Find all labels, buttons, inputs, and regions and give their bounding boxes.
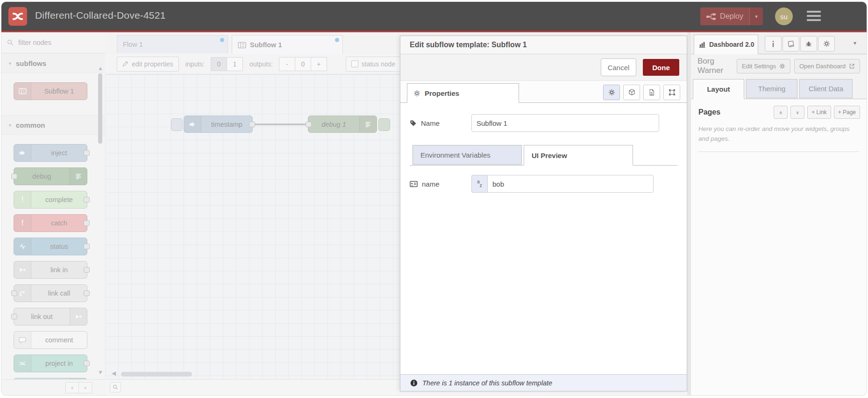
inputs-0-button[interactable]: 0	[211, 57, 227, 71]
deploy-options-caret[interactable]: ▾	[749, 7, 763, 25]
palette-node-debug[interactable]: debug	[14, 167, 87, 185]
outputs-count[interactable]: 0	[295, 57, 311, 71]
debug-toggle-button[interactable]	[378, 118, 390, 131]
debug-icon	[359, 116, 377, 132]
node-red-logo-icon	[8, 7, 27, 26]
output-port[interactable]	[249, 122, 255, 127]
edit-properties-button[interactable]: edit properties	[117, 57, 179, 72]
edit-settings-button[interactable]: Edit Settings	[737, 59, 790, 73]
inputs-1-button[interactable]: 1	[227, 57, 243, 71]
node-label: status	[31, 238, 87, 255]
dialog-footer: There is 1 instance of this subflow temp…	[400, 374, 687, 391]
node-label: comment	[31, 332, 87, 348]
canvas-node-timestamp[interactable]: timestamp	[184, 116, 253, 133]
properties-tab-button[interactable]	[603, 85, 620, 100]
outputs-decrement-button[interactable]: -	[279, 57, 295, 71]
description-tab-button[interactable]	[643, 85, 660, 100]
info-tab-button[interactable]	[765, 36, 782, 51]
gear-icon	[413, 90, 420, 97]
palette-node-comment[interactable]: comment	[14, 331, 87, 349]
document-icon	[648, 89, 655, 96]
tab-client-data[interactable]: Client Data	[799, 79, 853, 98]
search-flows-button[interactable]	[110, 382, 121, 392]
cancel-button[interactable]: Cancel	[601, 58, 636, 76]
palette-node-link-out[interactable]: link out	[14, 308, 87, 326]
user-avatar[interactable]: su	[775, 7, 793, 25]
node-red-app: Different-Collared-Dove-4521 Deploy ▾ su…	[1, 2, 867, 395]
palette-scroll-up-arrow[interactable]: ▲	[98, 65, 103, 72]
pages-help-text: Here you can re-order and move your widg…	[698, 124, 853, 144]
palette-filter-input[interactable]	[17, 38, 89, 47]
link-in-icon	[14, 261, 31, 278]
tab-environment-variables[interactable]: Environment Variables	[413, 145, 522, 165]
canvas-node-debug-1[interactable]: debug 1	[308, 116, 377, 133]
status-node-checkbox[interactable]	[351, 60, 358, 67]
outputs-increment-button[interactable]: +	[311, 57, 327, 71]
main-menu-button[interactable]	[807, 11, 821, 21]
palette-node-subflow-1[interactable]: Subflow 1	[14, 82, 87, 100]
unsaved-changes-dot	[335, 38, 339, 42]
palette-scroll-down-arrow[interactable]: ▼	[98, 369, 103, 376]
collapse-all-button[interactable]: ∧	[774, 106, 788, 119]
canvas-scroll-left-arrow[interactable]: ◀	[112, 370, 116, 376]
add-link-button[interactable]: + Link	[807, 106, 831, 119]
add-page-button[interactable]: + Page	[834, 106, 860, 119]
tab-ui-preview[interactable]: UI Preview	[524, 145, 633, 166]
appearance-tab-button[interactable]	[623, 85, 640, 100]
sidebar-tab-bar: Dashboard 2.0 ▾	[691, 32, 867, 54]
deploy-button[interactable]: Deploy ▾	[700, 7, 763, 25]
palette-section-common: inject debug ! complete ! catch	[1, 135, 105, 380]
pencil-icon	[122, 61, 128, 67]
palette-node-link-in[interactable]: link in	[14, 261, 87, 279]
expand-all-button[interactable]: ∨	[790, 106, 804, 119]
button-label: Edit Settings	[742, 63, 776, 70]
help-tab-button[interactable]	[783, 36, 799, 51]
output-port	[84, 197, 90, 203]
canvas-hscrollbar-thumb[interactable]	[121, 372, 192, 376]
palette-node-complete[interactable]: ! complete	[14, 191, 87, 209]
label-text: name	[422, 180, 440, 188]
sidebar-tabs-caret[interactable]: ▾	[854, 40, 856, 46]
deploy-button-main[interactable]: Deploy	[700, 7, 749, 25]
node-label: link call	[31, 285, 87, 302]
tab-dashboard-2[interactable]: Dashboard 2.0	[694, 35, 758, 54]
palette-category-common[interactable]: ▾ common	[1, 115, 105, 135]
tab-subflow-1[interactable]: Subflow 1	[232, 35, 343, 54]
module-properties-tab-button[interactable]	[663, 85, 680, 100]
palette-category-subflows[interactable]: ▾ subflows	[1, 53, 105, 73]
chevron-down-icon: ▾	[9, 123, 11, 128]
edit-subflow-dialog: Edit subflow template: Subflow 1 Cancel …	[400, 36, 687, 391]
debug-tab-button[interactable]	[800, 36, 817, 51]
dashboard-name: Borg Warner	[697, 57, 733, 75]
node-label: link in	[31, 261, 87, 278]
palette-node-link-call[interactable]: link call	[14, 284, 87, 302]
open-dashboard-button[interactable]: Open Dashboard	[794, 59, 860, 73]
string-type-button[interactable]: az	[471, 175, 487, 193]
env-value-input[interactable]	[487, 175, 654, 193]
palette-node-inject[interactable]: inject	[14, 144, 87, 162]
inject-trigger-button[interactable]	[171, 118, 183, 131]
expand-categories-button[interactable]: ∨	[78, 382, 92, 393]
palette-search[interactable]	[1, 32, 105, 53]
output-port	[84, 267, 90, 273]
subflow-name-input[interactable]	[471, 114, 659, 132]
input-port[interactable]	[306, 122, 312, 127]
tab-layout[interactable]: Layout	[693, 79, 744, 99]
layout-panel: Pages ∧ ∨ + Link + Page Here you can re-…	[691, 99, 867, 395]
name-field-row: Name	[410, 114, 677, 132]
palette-node-project-in[interactable]: project in	[14, 355, 87, 372]
tab-properties[interactable]: Properties	[407, 83, 519, 103]
palette-scrollbar-thumb[interactable]	[98, 73, 102, 144]
collapse-categories-button[interactable]: ∧	[65, 382, 79, 393]
inputs-toggle-group: 0 1	[211, 57, 243, 71]
node-label: inject	[31, 145, 87, 161]
config-nodes-tab-button[interactable]	[818, 36, 835, 51]
edit-properties-label: edit properties	[132, 60, 173, 68]
palette-node-status[interactable]: status	[14, 238, 87, 255]
palette-node-catch[interactable]: ! catch	[14, 214, 87, 232]
tab-theming[interactable]: Theming	[746, 79, 797, 98]
status-node-toggle[interactable]: status node	[346, 57, 401, 72]
done-button[interactable]: Done	[643, 59, 679, 76]
tab-label: Subflow 1	[250, 41, 282, 49]
tab-flow-1[interactable]: Flow 1	[117, 35, 228, 53]
